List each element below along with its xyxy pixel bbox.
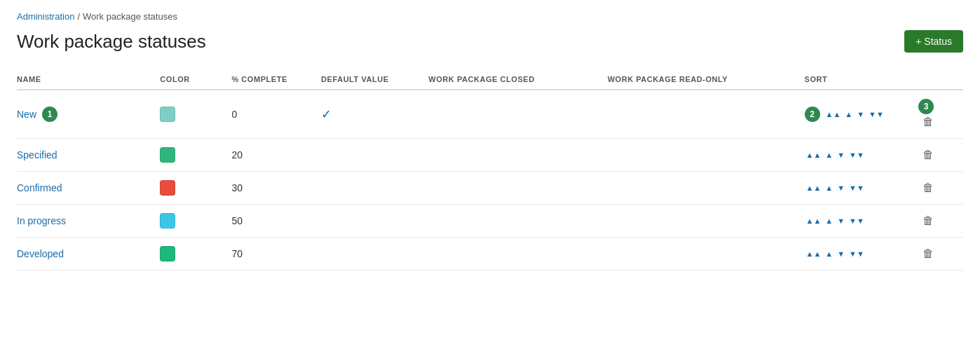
table-row: Confirmed30▲▲▲▼▼▼🗑: [17, 172, 963, 205]
status-name-link[interactable]: New: [17, 109, 36, 120]
delete-cell: 🗑: [918, 172, 963, 205]
name-cell: Confirmed: [17, 172, 160, 205]
sort-btn-top[interactable]: ▲▲: [805, 183, 823, 193]
delete-cell: 🗑: [918, 139, 963, 172]
col-header-default: Default Value: [321, 69, 428, 90]
sort-btn-down[interactable]: ▼: [836, 150, 846, 161]
default-check-icon: ✓: [321, 107, 332, 121]
table-row: Developed70▲▲▲▼▼▼🗑: [17, 238, 963, 271]
breadcrumb-separator: /: [77, 11, 80, 22]
sort-btn-up[interactable]: ▲: [824, 249, 834, 259]
sort-btn-up[interactable]: ▲: [843, 109, 854, 120]
closed-cell: [428, 205, 607, 238]
color-cell: [160, 238, 231, 271]
readonly-cell: [608, 172, 805, 205]
complete-cell: 50: [231, 205, 321, 238]
sort-controls: 2▲▲▲▼▼▼: [805, 107, 911, 122]
delete-badge[interactable]: 3: [918, 99, 934, 114]
sort-btn-down[interactable]: ▼: [836, 249, 846, 259]
sort-btn-up[interactable]: ▲: [824, 183, 834, 193]
breadcrumb-admin-link[interactable]: Administration: [17, 11, 74, 22]
status-name-link[interactable]: Specified: [17, 149, 57, 161]
closed-cell: [428, 90, 607, 139]
delete-button[interactable]: 🗑: [918, 147, 938, 163]
default-cell: [321, 172, 428, 205]
sort-controls: ▲▲▲▼▼▼: [805, 183, 911, 193]
readonly-cell: [608, 90, 805, 139]
color-cell: [160, 172, 231, 205]
color-cell: [160, 90, 231, 139]
default-cell: [321, 238, 428, 271]
readonly-cell: [608, 205, 805, 238]
readonly-cell: [608, 238, 805, 271]
sort-cell: 2▲▲▲▼▼▼: [805, 90, 919, 139]
col-header-sort: Sort: [805, 69, 919, 90]
color-swatch: [160, 147, 175, 163]
status-name-link[interactable]: In progress: [17, 215, 66, 226]
sort-btn-top[interactable]: ▲▲: [805, 150, 823, 161]
col-header-name: Name: [17, 69, 160, 90]
table-header-row: Name Color % Complete Default Value Work…: [17, 69, 963, 90]
delete-button[interactable]: 🗑: [918, 114, 938, 130]
sort-controls: ▲▲▲▼▼▼: [805, 150, 911, 161]
sort-btn-top[interactable]: ▲▲: [805, 216, 823, 226]
sort-btn-up[interactable]: ▲: [824, 216, 834, 226]
sort-btn-bottom[interactable]: ▼▼: [867, 109, 885, 120]
default-cell: ✓: [321, 90, 428, 139]
complete-cell: 30: [231, 172, 321, 205]
breadcrumb: Administration / Work package statuses: [17, 11, 963, 22]
name-cell: Developed: [17, 238, 160, 271]
sort-btn-down[interactable]: ▼: [836, 183, 846, 193]
page-container: Administration / Work package statuses W…: [0, 0, 980, 282]
color-swatch: [160, 180, 175, 196]
table-row: In progress50▲▲▲▼▼▼🗑: [17, 205, 963, 238]
name-cell: Specified: [17, 139, 160, 172]
delete-button[interactable]: 🗑: [918, 246, 938, 261]
sort-btn-top[interactable]: ▲▲: [824, 109, 843, 120]
sort-btn-down[interactable]: ▼: [836, 216, 846, 226]
complete-cell: 20: [231, 139, 321, 172]
col-header-color: Color: [160, 69, 231, 90]
delete-cell: 🗑: [918, 238, 963, 271]
sort-btn-up[interactable]: ▲: [824, 150, 834, 161]
sort-btn-down[interactable]: ▼: [855, 109, 866, 120]
sort-controls: ▲▲▲▼▼▼: [805, 216, 911, 226]
sort-btn-bottom[interactable]: ▼▼: [848, 183, 866, 193]
table-row: Specified20▲▲▲▼▼▼🗑: [17, 139, 963, 172]
color-swatch: [160, 246, 175, 261]
sort-btn-bottom[interactable]: ▼▼: [848, 249, 866, 259]
table-row: New10✓2▲▲▲▼▼▼3🗑: [17, 90, 963, 139]
sort-badge[interactable]: 2: [805, 107, 820, 122]
col-header-actions: [918, 69, 963, 90]
readonly-cell: [608, 139, 805, 172]
add-status-button[interactable]: + Status: [904, 30, 963, 53]
color-cell: [160, 139, 231, 172]
page-header: Work package statuses + Status: [17, 30, 963, 53]
color-cell: [160, 205, 231, 238]
sort-cell: ▲▲▲▼▼▼: [805, 172, 919, 205]
sort-btn-bottom[interactable]: ▼▼: [848, 216, 866, 226]
col-header-complete: % Complete: [231, 69, 321, 90]
delete-button[interactable]: 🗑: [918, 180, 938, 196]
color-swatch: [160, 213, 175, 229]
delete-button[interactable]: 🗑: [918, 213, 938, 229]
closed-cell: [428, 139, 607, 172]
sort-cell: ▲▲▲▼▼▼: [805, 238, 919, 271]
sort-cell: ▲▲▲▼▼▼: [805, 139, 919, 172]
sort-controls: ▲▲▲▼▼▼: [805, 249, 911, 259]
page-title: Work package statuses: [17, 31, 206, 53]
default-cell: [321, 139, 428, 172]
sort-btn-top[interactable]: ▲▲: [805, 249, 823, 259]
complete-cell: 70: [231, 238, 321, 271]
sort-cell: ▲▲▲▼▼▼: [805, 205, 919, 238]
statuses-table: Name Color % Complete Default Value Work…: [17, 69, 963, 271]
status-badge-1[interactable]: 1: [42, 107, 57, 122]
status-name-link[interactable]: Developed: [17, 248, 64, 259]
color-swatch: [160, 107, 175, 122]
sort-btn-bottom[interactable]: ▼▼: [848, 150, 866, 161]
closed-cell: [428, 238, 607, 271]
breadcrumb-current: Work package statuses: [83, 11, 177, 22]
default-cell: [321, 205, 428, 238]
status-name-link[interactable]: Confirmed: [17, 182, 62, 193]
col-header-closed: Work Package Closed: [428, 69, 607, 90]
